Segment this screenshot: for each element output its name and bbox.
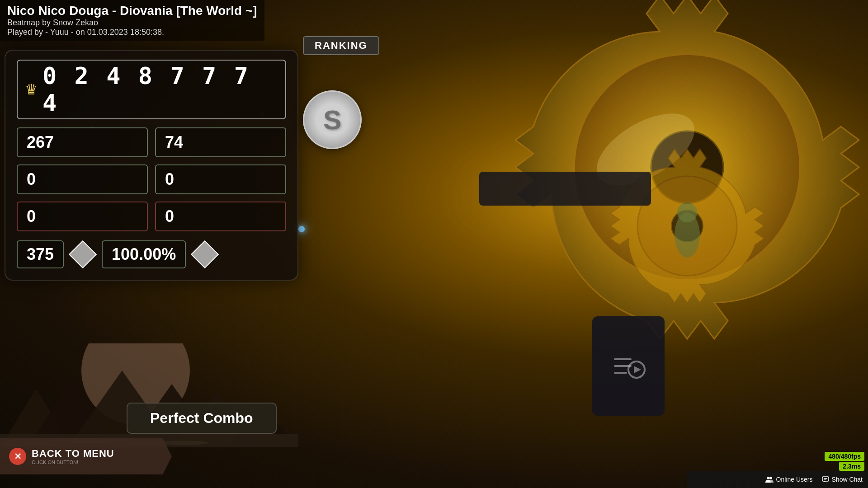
ranking-label: RANKING [303,36,379,55]
back-label-group: BACK TO MENU CLICK ON BUTTON! [32,448,114,465]
stat-box-3: 0 [17,164,148,194]
right-panel [479,172,651,206]
song-title: Nico Nico Douga - Diovania [The World ~] [7,4,257,18]
stat-box-1: 267 [17,127,148,157]
media-control-icon [610,348,646,384]
score-panel: ♛ 0 2 4 8 7 7 7 4 267 74 0 0 0 0 375 100… [5,50,298,281]
chat-icon [822,476,829,483]
show-chat-button[interactable]: Show Chat [822,476,863,483]
online-users-icon [765,476,774,483]
rank-letter: S [323,104,341,136]
latency-counter: 2.3ms [839,462,864,471]
crown-icon: ♛ [25,81,38,98]
diamond-icon-1 [69,240,97,268]
back-btn-content: ✕ BACK TO MENU CLICK ON BUTTON! [0,448,123,465]
fps-counter: 480/480fps [825,452,864,461]
score-digits: 0 2 4 8 7 7 7 4 [42,62,278,117]
perfect-combo-label: Perfect Combo [150,410,253,426]
stat-value-5: 0 [27,207,36,226]
perfect-combo-banner: Perfect Combo [127,403,277,434]
total-score-value: 375 [27,245,54,263]
total-score-box: 375 [17,240,64,268]
glow-dot [298,226,305,232]
stat-value-6: 0 [165,207,174,226]
diamond-icon-2 [191,240,219,268]
svg-marker-25 [824,481,826,483]
score-display-box: ♛ 0 2 4 8 7 7 7 4 [17,60,286,119]
beatmap-info: Beatmap by Snow Zekao [7,18,257,28]
media-panel [592,316,665,416]
s-rank-badge: S [303,90,362,149]
svg-marker-21 [634,366,641,373]
stat-box-6: 0 [155,202,286,231]
svg-point-22 [767,477,769,479]
hud-counters: 480/480fps 2.3ms [825,452,864,471]
stat-value-4: 0 [165,170,174,189]
online-users-label: Online Users [776,476,813,483]
stat-value-1: 267 [27,133,54,152]
bottom-bar: Online Users Show Chat [687,471,868,488]
stat-box-5: 0 [17,202,148,231]
score-row: ♛ 0 2 4 8 7 7 7 4 [17,60,286,119]
accuracy-value: 100.00% [112,245,176,263]
top-info-bar: Nico Nico Douga - Diovania [The World ~]… [0,0,264,41]
svg-rect-24 [822,477,829,481]
ranking-section: RANKING [303,36,379,55]
stat-box-4: 0 [155,164,286,194]
accuracy-box: 100.00% [102,240,186,268]
played-info: Played by - Yuuu - on 01.03.2023 18:50:3… [7,28,257,37]
stat-value-3: 0 [27,170,36,189]
back-to-menu-button[interactable]: ✕ BACK TO MENU CLICK ON BUTTON! [0,438,176,474]
back-x-icon: ✕ [9,448,26,465]
stat-box-2: 74 [155,127,286,157]
stats-grid: 267 74 0 0 0 0 [17,127,286,231]
stat-value-2: 74 [165,133,183,152]
show-chat-label: Show Chat [832,476,863,483]
svg-point-23 [769,477,772,479]
back-sublabel: CLICK ON BUTTON! [32,460,114,465]
back-to-menu-label: BACK TO MENU [32,448,114,459]
online-users-button[interactable]: Online Users [765,476,813,483]
bottom-stats: 375 100.00% [17,240,286,268]
